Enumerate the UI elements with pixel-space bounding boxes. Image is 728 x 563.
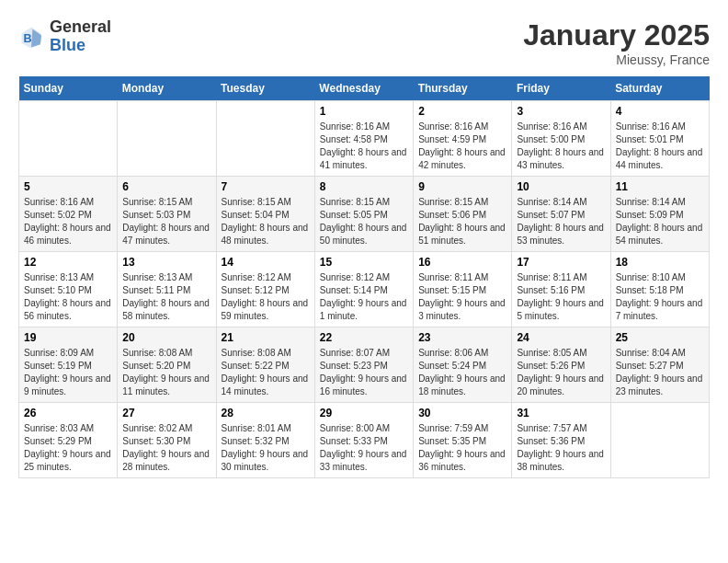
page-header: B General Blue January 2025 Mieussy, Fra…: [18, 18, 710, 67]
day-info: Sunrise: 8:16 AM Sunset: 5:00 PM Dayligh…: [517, 121, 605, 172]
weekday-header-wednesday: Wednesday: [314, 76, 413, 101]
day-number: 8: [320, 180, 408, 193]
day-info: Sunrise: 8:15 AM Sunset: 5:06 PM Dayligh…: [418, 196, 506, 247]
day-number: 21: [222, 331, 310, 344]
calendar-day-27: 27Sunrise: 8:02 AM Sunset: 5:30 PM Dayli…: [118, 403, 216, 478]
calendar-day-empty: [216, 101, 314, 177]
day-info: Sunrise: 8:12 AM Sunset: 5:12 PM Dayligh…: [222, 271, 310, 323]
day-number: 6: [122, 180, 210, 193]
calendar-week-row: 12Sunrise: 8:13 AM Sunset: 5:10 PM Dayli…: [19, 252, 710, 327]
day-info: Sunrise: 8:16 AM Sunset: 5:02 PM Dayligh…: [24, 196, 112, 247]
calendar-day-21: 21Sunrise: 8:08 AM Sunset: 5:22 PM Dayli…: [216, 327, 314, 403]
calendar-day-12: 12Sunrise: 8:13 AM Sunset: 5:10 PM Dayli…: [19, 252, 118, 327]
weekday-header-saturday: Saturday: [610, 76, 709, 101]
calendar-day-2: 2Sunrise: 8:16 AM Sunset: 4:59 PM Daylig…: [414, 101, 512, 177]
weekday-header-thursday: Thursday: [414, 76, 512, 101]
weekday-header-monday: Monday: [118, 76, 216, 101]
day-number: 17: [517, 256, 605, 269]
calendar-week-row: 26Sunrise: 8:03 AM Sunset: 5:29 PM Dayli…: [19, 403, 710, 478]
logo-text: General Blue: [50, 18, 111, 55]
day-info: Sunrise: 8:13 AM Sunset: 5:11 PM Dayligh…: [122, 271, 210, 323]
title-block: January 2025 Mieussy, France: [523, 18, 710, 67]
day-number: 13: [122, 256, 210, 269]
calendar-day-31: 31Sunrise: 7:57 AM Sunset: 5:36 PM Dayli…: [512, 403, 610, 478]
calendar-day-empty: [610, 403, 709, 478]
day-number: 7: [222, 180, 310, 193]
calendar-day-3: 3Sunrise: 8:16 AM Sunset: 5:00 PM Daylig…: [512, 101, 610, 177]
day-info: Sunrise: 8:00 AM Sunset: 5:33 PM Dayligh…: [320, 422, 408, 474]
calendar-header: SundayMondayTuesdayWednesdayThursdayFrid…: [19, 76, 710, 101]
day-number: 26: [24, 407, 112, 419]
calendar-day-4: 4Sunrise: 8:16 AM Sunset: 5:01 PM Daylig…: [610, 101, 709, 177]
day-info: Sunrise: 8:07 AM Sunset: 5:23 PM Dayligh…: [320, 347, 408, 398]
logo-icon: B: [18, 24, 44, 50]
day-info: Sunrise: 8:16 AM Sunset: 4:58 PM Dayligh…: [320, 121, 408, 172]
calendar-day-empty: [118, 101, 216, 177]
calendar-day-9: 9Sunrise: 8:15 AM Sunset: 5:06 PM Daylig…: [414, 177, 512, 252]
calendar-day-17: 17Sunrise: 8:11 AM Sunset: 5:16 PM Dayli…: [512, 252, 610, 327]
day-number: 28: [222, 407, 310, 419]
day-number: 15: [320, 256, 408, 269]
day-info: Sunrise: 8:08 AM Sunset: 5:20 PM Dayligh…: [122, 347, 210, 398]
calendar-day-1: 1Sunrise: 8:16 AM Sunset: 4:58 PM Daylig…: [314, 101, 413, 177]
day-number: 16: [418, 256, 506, 269]
calendar-day-29: 29Sunrise: 8:00 AM Sunset: 5:33 PM Dayli…: [314, 403, 413, 478]
calendar-week-row: 1Sunrise: 8:16 AM Sunset: 4:58 PM Daylig…: [19, 101, 710, 177]
calendar-day-15: 15Sunrise: 8:12 AM Sunset: 5:14 PM Dayli…: [314, 252, 413, 327]
day-info: Sunrise: 8:14 AM Sunset: 5:09 PM Dayligh…: [616, 196, 704, 247]
calendar-day-8: 8Sunrise: 8:15 AM Sunset: 5:05 PM Daylig…: [314, 177, 413, 252]
weekday-header-sunday: Sunday: [19, 76, 118, 101]
month-title: January 2025: [523, 18, 710, 52]
day-info: Sunrise: 8:15 AM Sunset: 5:03 PM Dayligh…: [122, 196, 210, 247]
day-info: Sunrise: 8:10 AM Sunset: 5:18 PM Dayligh…: [616, 271, 704, 323]
calendar-day-16: 16Sunrise: 8:11 AM Sunset: 5:15 PM Dayli…: [414, 252, 512, 327]
day-number: 20: [122, 331, 210, 344]
day-info: Sunrise: 8:08 AM Sunset: 5:22 PM Dayligh…: [222, 347, 310, 398]
day-info: Sunrise: 8:05 AM Sunset: 5:26 PM Dayligh…: [517, 347, 605, 398]
day-number: 14: [222, 256, 310, 269]
day-info: Sunrise: 8:15 AM Sunset: 5:05 PM Dayligh…: [320, 196, 408, 247]
calendar-day-13: 13Sunrise: 8:13 AM Sunset: 5:11 PM Dayli…: [118, 252, 216, 327]
day-number: 24: [517, 331, 605, 344]
calendar-body: 1Sunrise: 8:16 AM Sunset: 4:58 PM Daylig…: [19, 101, 710, 478]
calendar-day-14: 14Sunrise: 8:12 AM Sunset: 5:12 PM Dayli…: [216, 252, 314, 327]
calendar-week-row: 19Sunrise: 8:09 AM Sunset: 5:19 PM Dayli…: [19, 327, 710, 403]
weekday-header-friday: Friday: [512, 76, 610, 101]
day-number: 12: [24, 256, 112, 269]
day-info: Sunrise: 8:03 AM Sunset: 5:29 PM Dayligh…: [24, 422, 112, 474]
day-info: Sunrise: 8:13 AM Sunset: 5:10 PM Dayligh…: [24, 271, 112, 323]
calendar-day-10: 10Sunrise: 8:14 AM Sunset: 5:07 PM Dayli…: [512, 177, 610, 252]
calendar-day-11: 11Sunrise: 8:14 AM Sunset: 5:09 PM Dayli…: [610, 177, 709, 252]
day-info: Sunrise: 8:11 AM Sunset: 5:15 PM Dayligh…: [418, 271, 506, 323]
day-number: 19: [24, 331, 112, 344]
day-number: 18: [616, 256, 704, 269]
day-info: Sunrise: 7:59 AM Sunset: 5:35 PM Dayligh…: [418, 422, 506, 474]
day-info: Sunrise: 8:16 AM Sunset: 5:01 PM Dayligh…: [616, 121, 704, 172]
day-info: Sunrise: 8:14 AM Sunset: 5:07 PM Dayligh…: [517, 196, 605, 247]
calendar-day-24: 24Sunrise: 8:05 AM Sunset: 5:26 PM Dayli…: [512, 327, 610, 403]
day-info: Sunrise: 8:01 AM Sunset: 5:32 PM Dayligh…: [222, 422, 310, 474]
day-number: 10: [517, 180, 605, 193]
weekday-header-tuesday: Tuesday: [216, 76, 314, 101]
day-number: 29: [320, 407, 408, 419]
calendar-day-5: 5Sunrise: 8:16 AM Sunset: 5:02 PM Daylig…: [19, 177, 118, 252]
day-number: 9: [418, 180, 506, 193]
day-info: Sunrise: 8:09 AM Sunset: 5:19 PM Dayligh…: [24, 347, 112, 398]
day-number: 27: [122, 407, 210, 419]
calendar-table: SundayMondayTuesdayWednesdayThursdayFrid…: [18, 76, 710, 478]
calendar-week-row: 5Sunrise: 8:16 AM Sunset: 5:02 PM Daylig…: [19, 177, 710, 252]
calendar-day-30: 30Sunrise: 7:59 AM Sunset: 5:35 PM Dayli…: [414, 403, 512, 478]
day-info: Sunrise: 8:02 AM Sunset: 5:30 PM Dayligh…: [122, 422, 210, 474]
day-number: 1: [320, 105, 408, 118]
day-info: Sunrise: 8:15 AM Sunset: 5:04 PM Dayligh…: [222, 196, 310, 247]
calendar-day-empty: [19, 101, 118, 177]
svg-text:B: B: [24, 31, 32, 44]
day-info: Sunrise: 8:12 AM Sunset: 5:14 PM Dayligh…: [320, 271, 408, 323]
day-number: 31: [517, 407, 605, 419]
location: Mieussy, France: [523, 52, 710, 67]
day-info: Sunrise: 7:57 AM Sunset: 5:36 PM Dayligh…: [517, 422, 605, 474]
day-number: 3: [517, 105, 605, 118]
weekday-header-row: SundayMondayTuesdayWednesdayThursdayFrid…: [19, 76, 710, 101]
day-number: 30: [418, 407, 506, 419]
logo-general: General: [50, 17, 111, 36]
